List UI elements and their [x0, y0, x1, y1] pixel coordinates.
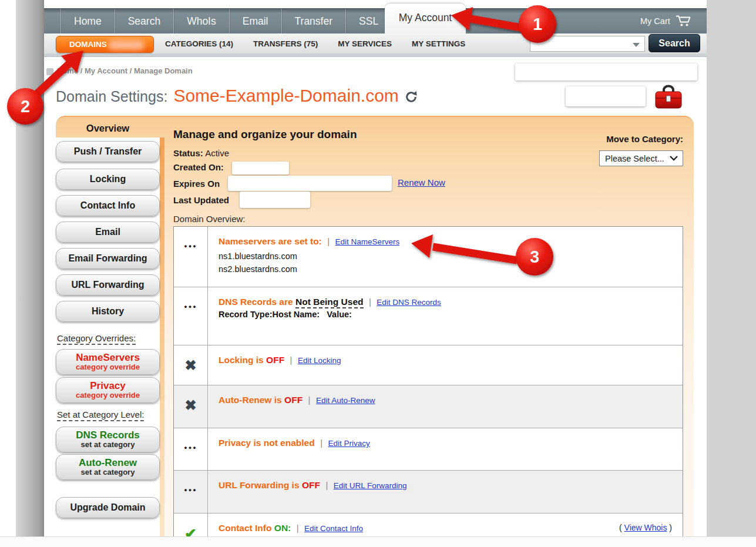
view-whois-link[interactable]: View Whois	[624, 523, 667, 532]
category-title: DNS Records	[76, 430, 140, 441]
nav-search-combobox[interactable]	[530, 36, 645, 52]
override-subtitle: category override	[76, 391, 140, 400]
sidebar-tab-email[interactable]: Email	[56, 222, 160, 243]
nav-search-button[interactable]: Search	[649, 34, 700, 52]
subnav-item-my-settings[interactable]: MY SETTINGS	[412, 39, 465, 48]
toolbox-icon[interactable]	[653, 83, 684, 112]
row-privacy: ●●● Privacy is not enabled | Edit Privac…	[174, 428, 683, 471]
edit-locking-link[interactable]: Edit Locking	[298, 356, 341, 365]
edit-dns-records-link[interactable]: Edit DNS Records	[377, 298, 441, 307]
nav-tab-email[interactable]: Email	[229, 9, 281, 34]
breadcrumb-icon	[46, 68, 53, 75]
nav-tab-home[interactable]: Home	[61, 9, 115, 34]
redacted-box	[232, 162, 289, 174]
set-at-category-label: Set at Category Level:	[57, 410, 144, 421]
separator: |	[287, 355, 295, 365]
category-subtitle: set at category	[81, 441, 135, 449]
override-title: NameServers	[76, 353, 140, 363]
category-subtitle: set at category	[81, 468, 135, 476]
row-status: OFF	[302, 480, 320, 490]
nav-tab-search[interactable]: Search	[115, 9, 173, 34]
dns-record-columns: Record Type:Host Name: Value:	[219, 310, 672, 319]
cart-icon	[676, 15, 692, 27]
status-value: Active	[205, 148, 229, 158]
separator: |	[324, 236, 332, 246]
my-cart[interactable]: My Cart	[640, 8, 692, 33]
nav-search-input[interactable]	[532, 38, 631, 50]
nameserver-1: ns1.bluestardns.com	[219, 250, 672, 263]
dots-icon: ●●●	[174, 227, 208, 287]
main-heading: Manage and organize your domain	[173, 128, 357, 141]
bottom-window-edge	[0, 536, 756, 547]
separator: |	[305, 395, 314, 405]
top-nav-bar: Home Search WhoIs Email Transfer SSL	[44, 8, 707, 33]
domains-label: DOMAINS	[69, 40, 107, 49]
edit-auto-renew-link[interactable]: Edit Auto-Renew	[316, 396, 375, 405]
panel-left-edge	[160, 137, 164, 536]
paren-close: )	[669, 523, 672, 532]
upgrade-domain-button[interactable]: Upgrade Domain	[56, 497, 160, 518]
sidebar-tab-locking[interactable]: Locking	[56, 169, 160, 190]
chevron-down-icon	[670, 156, 678, 161]
right-gray-surround	[707, 0, 756, 536]
edit-nameservers-link[interactable]: Edit NameServers	[335, 237, 400, 246]
subnav-item-domains[interactable]: DOMAINS	[56, 36, 154, 53]
domain-overview-label: Domain Overview:	[173, 214, 246, 224]
category-select-value: Please Select...	[605, 154, 664, 163]
updated-label: Last Updated	[173, 195, 229, 205]
page-title-domain: Some-Example-Domain.com	[173, 86, 398, 106]
nav-tab-whois[interactable]: WhoIs	[173, 9, 229, 34]
sidebar-category-dns-records[interactable]: DNS Records set at category	[56, 427, 160, 452]
separator: |	[294, 523, 302, 533]
override-title: Privacy	[90, 381, 126, 391]
edit-url-forwarding-link[interactable]: Edit URL Forwarding	[334, 481, 407, 490]
row-locking: ✖ Locking is OFF | Edit Locking	[174, 345, 683, 385]
category-title: Auto-Renew	[79, 458, 137, 468]
sidebar-override-privacy[interactable]: Privacy category override	[56, 377, 160, 403]
row-status: ON:	[274, 523, 291, 533]
combobox-arrow-icon[interactable]	[633, 43, 640, 47]
redacted-box	[515, 63, 697, 80]
created-label: Created On:	[173, 162, 224, 172]
domain-overview-table: ●●● Nameservers are set to: | Edit NameS…	[173, 226, 683, 547]
edit-privacy-link[interactable]: Edit Privacy	[328, 439, 370, 448]
left-gray-strip	[16, 0, 44, 536]
row-title: Privacy is not enabled	[219, 438, 315, 448]
nav-tab-my-account[interactable]: My Account	[385, 4, 466, 33]
override-subtitle: category override	[76, 363, 140, 371]
sidebar-override-nameservers[interactable]: NameServers category override	[56, 349, 160, 375]
sidebar-tab-history[interactable]: History	[56, 301, 160, 322]
row-auto-renew: ✖ Auto-Renew is OFF | Edit Auto-Renew	[174, 385, 683, 428]
row-dns-records: ●●● DNS Records are Not Being Used | Edi…	[174, 287, 683, 345]
paren-open: (	[619, 523, 622, 532]
row-status: OFF	[266, 355, 284, 365]
sidebar-tab-email-forwarding[interactable]: Email Forwarding	[56, 248, 160, 269]
breadcrumb[interactable]: Home / My Account / Manage Domain	[57, 66, 193, 75]
subnav-item-categories[interactable]: CATEGORIES (14)	[165, 39, 233, 48]
row-url-forwarding: ●●● URL Forwarding is OFF | Edit URL For…	[174, 471, 683, 514]
category-overrides-label: Category Overrides:	[57, 333, 136, 345]
dots-icon: ●●●	[174, 471, 208, 513]
edit-contact-info-link[interactable]: Edit Contact Info	[304, 524, 363, 533]
refresh-icon[interactable]	[405, 90, 418, 103]
category-select[interactable]: Please Select...	[599, 150, 683, 166]
sidebar-tab-contact-info[interactable]: Contact Info	[56, 195, 160, 216]
sidebar-tab-push-transfer[interactable]: Push / Transfer	[56, 141, 160, 162]
sidebar-category-auto-renew[interactable]: Auto-Renew set at category	[56, 454, 160, 480]
renew-now-link[interactable]: Renew Now	[398, 177, 445, 187]
row-title: Contact Info	[219, 523, 271, 533]
row-title: URL Forwarding is	[219, 480, 300, 490]
nav-tab-transfer[interactable]: Transfer	[281, 9, 346, 34]
subnav-item-transfers[interactable]: TRANSFERS (75)	[253, 39, 318, 48]
sidebar-tab-overview[interactable]: Overview	[56, 119, 160, 137]
page-title: Domain Settings: Some-Example-Domain.com	[56, 86, 418, 106]
redacted-box	[228, 176, 392, 191]
redacted-box	[566, 86, 646, 106]
separator: |	[366, 297, 374, 307]
nameserver-2: ns2.bluestardns.com	[219, 263, 672, 276]
subnav-item-my-services[interactable]: MY SERVICES	[338, 39, 392, 48]
row-title: DNS Records are	[219, 297, 293, 307]
row-title: Locking is	[219, 355, 264, 365]
subnav-items: CATEGORIES (14) TRANSFERS (75) MY SERVIC…	[165, 33, 465, 53]
sidebar-tab-url-forwarding[interactable]: URL Forwarding	[56, 274, 160, 296]
